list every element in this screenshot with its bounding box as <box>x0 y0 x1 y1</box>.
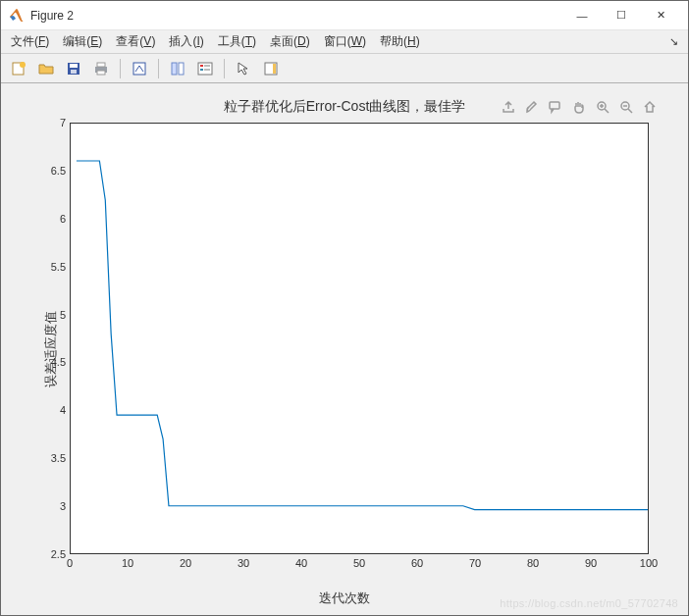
maximize-button[interactable]: ☐ <box>602 2 641 29</box>
menu-insert[interactable]: 插入(I) <box>169 33 203 50</box>
y-tick: 2.5 <box>40 548 66 560</box>
data-cursor-button[interactable] <box>166 57 189 80</box>
watermark: https://blog.csdn.net/m0_57702748 <box>500 597 678 609</box>
y-tick: 5 <box>40 309 66 321</box>
pan-icon[interactable] <box>570 98 588 116</box>
menu-overflow-icon[interactable]: ↘ <box>669 35 678 48</box>
svg-rect-17 <box>273 64 276 74</box>
svg-rect-4 <box>71 70 77 74</box>
x-tick: 60 <box>411 557 423 569</box>
x-tick: 0 <box>67 557 73 569</box>
datatip-icon[interactable] <box>547 98 564 116</box>
axes-toolbar <box>500 98 659 116</box>
x-tick: 80 <box>527 557 539 569</box>
x-tick: 100 <box>640 557 658 569</box>
export-icon[interactable] <box>500 98 517 116</box>
zoom-out-icon[interactable] <box>617 98 635 116</box>
x-tick: 50 <box>353 557 365 569</box>
figure-area: 粒子群优化后Error-Cost曲线图，最佳学 误差适应度值 迭代次数 0102… <box>1 83 688 615</box>
menu-window[interactable]: 窗口(W) <box>324 33 366 50</box>
menu-file[interactable]: 文件(F) <box>11 33 49 50</box>
y-tick: 5.5 <box>40 261 66 273</box>
print-button[interactable] <box>89 57 113 80</box>
edit-plot-button[interactable] <box>232 57 255 80</box>
y-tick: 6.5 <box>40 165 66 177</box>
x-tick: 90 <box>585 557 597 569</box>
menu-edit[interactable]: 编辑(E) <box>63 33 102 50</box>
toolbar <box>1 54 688 83</box>
new-figure-button[interactable] <box>7 57 30 80</box>
close-button[interactable]: ✕ <box>641 2 680 29</box>
menubar: 文件(F) 编辑(E) 查看(V) 插入(I) 工具(T) 桌面(D) 窗口(W… <box>1 30 688 54</box>
y-tick: 4 <box>40 404 66 416</box>
minimize-button[interactable]: — <box>562 2 602 29</box>
menu-help[interactable]: 帮助(H) <box>380 33 420 50</box>
svg-rect-6 <box>97 63 105 67</box>
insert-colorbar-button[interactable] <box>259 57 283 80</box>
svg-rect-10 <box>179 63 184 75</box>
x-tick: 20 <box>180 557 191 569</box>
brush-icon[interactable] <box>523 98 541 116</box>
link-button[interactable] <box>128 57 151 80</box>
menu-tools[interactable]: 工具(T) <box>218 33 256 50</box>
y-tick: 3 <box>40 500 66 512</box>
y-tick: 6 <box>40 213 66 225</box>
x-tick: 70 <box>469 557 481 569</box>
y-axis-label: 误差适应度值 <box>42 311 60 387</box>
y-tick: 4.5 <box>40 356 66 368</box>
y-tick: 7 <box>40 117 66 128</box>
home-icon[interactable] <box>641 98 659 116</box>
zoom-in-icon[interactable] <box>594 98 611 116</box>
svg-rect-13 <box>200 69 203 71</box>
svg-rect-9 <box>172 63 177 75</box>
svg-rect-8 <box>133 63 145 75</box>
toolbar-separator <box>158 59 159 78</box>
menu-view[interactable]: 查看(V) <box>116 33 155 50</box>
titlebar: Figure 2 — ☐ ✕ <box>1 1 688 30</box>
toolbar-separator <box>224 59 225 78</box>
svg-rect-3 <box>70 64 78 68</box>
matlab-icon <box>9 8 25 24</box>
toolbar-separator <box>120 59 121 78</box>
save-button[interactable] <box>62 57 85 80</box>
open-button[interactable] <box>34 57 58 80</box>
x-tick: 10 <box>122 557 133 569</box>
plot-axes[interactable] <box>70 123 649 554</box>
svg-point-1 <box>20 62 26 68</box>
svg-rect-18 <box>550 102 559 109</box>
window-title: Figure 2 <box>30 9 74 23</box>
x-tick: 30 <box>238 557 249 569</box>
y-tick: 3.5 <box>40 452 66 464</box>
chart-line <box>71 124 648 554</box>
svg-rect-12 <box>200 65 203 67</box>
insert-legend-button[interactable] <box>193 57 217 80</box>
svg-rect-7 <box>97 71 105 75</box>
x-tick: 40 <box>295 557 307 569</box>
menu-desktop[interactable]: 桌面(D) <box>270 33 310 50</box>
